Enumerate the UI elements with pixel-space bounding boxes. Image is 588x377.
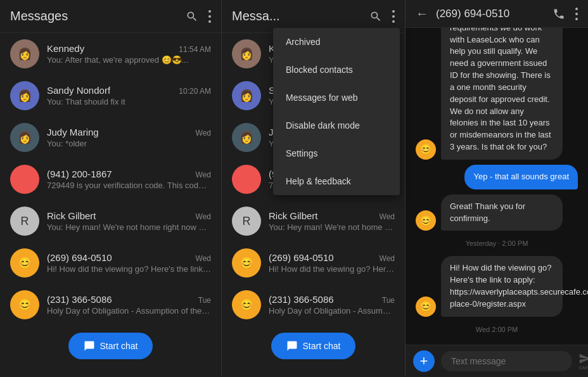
back-button[interactable]: ←: [416, 6, 428, 21]
left-conversation-item[interactable]: 😊 (231) 366-5086 Tue Holy Day of Obligat…: [0, 284, 221, 320]
conv-preview: Hi! How did the viewing go? Here's the l…: [47, 264, 211, 274]
middle-conversation-item[interactable]: R Rick Gilbert Wed You: Hey man! We're n…: [222, 200, 405, 242]
conv-time: Tue: [198, 296, 211, 305]
middle-title: Messa...: [232, 9, 280, 23]
message-row: Yep - that all sounds great: [416, 165, 578, 189]
left-conversation-item[interactable]: 👩 Judy Maring Wed You: *older: [0, 117, 221, 158]
conv-preview: You: Hey man! We're not home right now b…: [47, 222, 211, 232]
start-chat-button-left[interactable]: Start chat: [68, 333, 153, 359]
message-bubble-incoming: Hi! How did the viewing go? Here's the l…: [441, 256, 563, 316]
search-button[interactable]: [186, 10, 198, 23]
more-button-middle[interactable]: [392, 10, 395, 23]
left-conversation-item[interactable]: 👩 Sandy Nondorf 10:20 AM You: That shoul…: [0, 75, 221, 117]
conv-preview: You: After that, we're approved 😊😎...: [47, 55, 211, 65]
avatar: 👩: [232, 39, 261, 68]
conv-time: Wed: [196, 254, 211, 263]
svg-point-7: [575, 13, 578, 15]
conv-content: Sandy Nondorf 10:20 AM You: That should …: [47, 85, 211, 106]
middle-conversation-item[interactable]: 😊 (231) 366-5086 Tue Holy Day of Obligat…: [222, 284, 405, 320]
conv-content: Kennedy 11:54 AM You: After that, we're …: [47, 43, 211, 65]
left-conversations-list: 👩 Kennedy 11:54 AM You: After that, we'r…: [0, 33, 221, 320]
svg-point-3: [392, 10, 395, 13]
message-input[interactable]: [441, 351, 572, 371]
message-avatar: 😊: [416, 139, 436, 160]
svg-point-5: [392, 20, 395, 23]
conv-name: (269) 694-0510: [269, 252, 334, 263]
avatar: [232, 165, 261, 194]
conv-content: (231) 366-5086 Tue Holy Day of Obligatio…: [47, 294, 211, 316]
message-avatar: 😊: [416, 210, 436, 231]
left-conversation-item[interactable]: 👩 Kennedy 11:54 AM You: After that, we'r…: [0, 33, 221, 75]
add-button[interactable]: +: [413, 350, 435, 372]
conv-content: (231) 366-5086 Tue Holy Day of Obligatio…: [269, 294, 395, 316]
conv-content: (941) 200-1867 Wed 729449 is your verifi…: [47, 169, 211, 190]
avatar: 👩: [10, 81, 39, 110]
dropdown-item[interactable]: Archived: [273, 28, 400, 56]
conv-content: Judy Maring Wed You: *older: [47, 127, 211, 148]
send-button[interactable]: SMS: [578, 352, 588, 371]
left-conversation-item[interactable]: R Rick Gilbert Wed You: Hey man! We're n…: [0, 200, 221, 242]
conv-content: (269) 694-0510 Wed Hi! How did the viewi…: [269, 252, 395, 274]
conv-preview: You: *older: [47, 139, 211, 148]
dropdown-item[interactable]: Disable dark mode: [273, 112, 400, 139]
conv-content: Rick Gilbert Wed You: Hey man! We're not…: [47, 210, 211, 232]
left-title: Messages: [10, 9, 68, 23]
message-bubble-incoming: One last thing. We require that tenants …: [441, 28, 563, 160]
conv-time: Wed: [196, 170, 211, 179]
chat-header: ← (269) 694-0510: [406, 0, 588, 28]
conv-name: Sandy Nondorf: [47, 85, 110, 96]
chat-header-icons: [553, 8, 578, 20]
conv-time: Wed: [380, 212, 395, 221]
conv-time: 11:54 AM: [179, 45, 211, 54]
right-panel: ← (269) 694-0510 😊Got the okay from my b…: [406, 0, 588, 377]
left-header: Messages: [0, 0, 221, 33]
conv-preview: Hi! How did the viewing go? Here's the l…: [269, 264, 395, 274]
message-row: 😊One last thing. We require that tenants…: [416, 28, 578, 160]
conv-name: (941) 200-1867: [47, 169, 112, 179]
message-row: 😊Hi! How did the viewing go? Here's the …: [416, 256, 578, 316]
conv-preview: 729449 is your verification code. This c…: [47, 181, 211, 190]
conv-preview: Holy Day of Obligation - Assumption of t…: [47, 306, 211, 316]
svg-point-1: [208, 15, 211, 18]
dropdown-menu: ArchivedBlocked contactsMessages for web…: [273, 28, 400, 195]
conv-name: Judy Maring: [47, 127, 99, 137]
conv-time: Wed: [196, 212, 211, 221]
svg-point-8: [575, 18, 578, 20]
conv-time: Wed: [380, 254, 395, 263]
conv-time: Tue: [382, 296, 395, 305]
conv-time: Wed: [196, 129, 211, 137]
phone-button[interactable]: [553, 8, 565, 20]
conv-name: (231) 366-5086: [47, 294, 112, 305]
conv-name: (231) 366-5086: [269, 294, 334, 305]
chat-input-area: + SMS: [406, 345, 588, 377]
left-conversation-item[interactable]: 😊 (269) 694-0510 Wed Hi! How did the vie…: [0, 242, 221, 284]
dropdown-item[interactable]: Help & feedback: [273, 167, 400, 195]
left-conversation-item[interactable]: (941) 200-1867 Wed 729449 is your verifi…: [0, 158, 221, 200]
avatar: 👩: [232, 123, 261, 152]
message-avatar: 😊: [416, 297, 436, 317]
date-divider: Yesterday · 2:00 PM: [416, 240, 578, 247]
dropdown-item[interactable]: Settings: [273, 139, 400, 167]
date-divider: Wed 2:00 PM: [416, 326, 578, 333]
conv-preview: You: Hey man! We're not home right now b…: [269, 222, 395, 232]
search-button-middle[interactable]: [369, 10, 382, 23]
avatar: 👩: [232, 81, 261, 110]
avatar: 😊: [232, 248, 261, 278]
dropdown-item[interactable]: Blocked contacts: [273, 56, 400, 84]
dropdown-item[interactable]: Messages for web: [273, 84, 400, 112]
svg-point-6: [575, 8, 578, 10]
avatar: 😊: [232, 290, 261, 319]
sms-label: SMS: [579, 365, 588, 371]
left-header-icons: [186, 10, 211, 23]
avatar: 👩: [10, 123, 39, 152]
conv-time: 10:20 AM: [179, 87, 211, 96]
middle-conversation-item[interactable]: 😊 (269) 694-0510 Wed Hi! How did the vie…: [222, 242, 405, 284]
left-panel: Messages 👩 Kennedy 11:54 AM You: After t…: [0, 0, 222, 377]
more-button-right[interactable]: [575, 8, 578, 20]
conv-content: Rick Gilbert Wed You: Hey man! We're not…: [269, 210, 395, 232]
start-chat-button-middle[interactable]: Start chat: [271, 333, 356, 359]
more-button-left[interactable]: [208, 10, 211, 23]
svg-point-4: [392, 15, 395, 18]
avatar: 👩: [10, 39, 39, 68]
message-row: 😊Great! Thank you for confirming.: [416, 195, 578, 231]
